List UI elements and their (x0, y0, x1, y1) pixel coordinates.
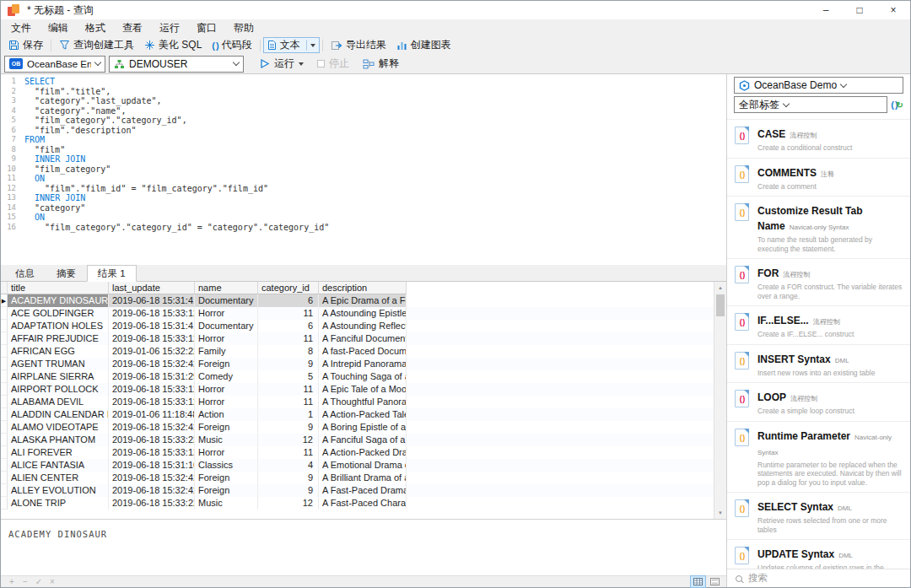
column-header-name[interactable]: name (195, 282, 258, 294)
cell-name: Music (195, 497, 258, 510)
cell-last-update: 2019-06-18 15:33:12 (109, 332, 195, 345)
form-view-button[interactable] (708, 576, 722, 587)
cell-title: ACADEMY DINOSAUR (8, 294, 109, 307)
snippet-customize-result-tab-name[interactable]: ( )Customize Result Tab NameNavicat-only… (727, 197, 910, 259)
table-row[interactable]: ALLEY EVOLUTION2019-06-18 15:32:42Foreig… (1, 484, 726, 497)
tab-summary[interactable]: 摘要 (46, 265, 87, 281)
toolbar: 保存 查询创建工具 美化 SQL ( ) 代码段 文本 (1, 36, 910, 54)
snippet-if-else[interactable]: ( )IF...ELSE...流程控制Create a IF...ELSE...… (727, 306, 910, 345)
refresh-snippets-button[interactable]: ( ) ↻ (891, 100, 903, 110)
delete-record-button[interactable]: − (19, 576, 32, 587)
table-row[interactable]: ALONE TRIP2019-06-18 15:33:22Music12A Fa… (1, 497, 726, 510)
sql-editor[interactable]: 1SELECT2 "film"."title",3 "category"."la… (1, 74, 726, 265)
snippet-tag: Navicat-only Syntax (790, 224, 849, 231)
snippet-head: CASE流程控制 (757, 126, 903, 141)
scrollbar-thumb[interactable] (716, 294, 725, 316)
table-row[interactable]: ALICE FANTASIA2019-06-18 15:31:16Classic… (1, 459, 726, 472)
snippet-runtime-parameter[interactable]: ( )Runtime ParameterNavicat-only SyntaxR… (727, 422, 910, 494)
snippet-insert-syntax[interactable]: ( )INSERT SyntaxDMLInsert new rows into … (727, 345, 910, 384)
explain-button[interactable]: 解释 (358, 56, 404, 73)
scroll-down-icon[interactable]: ▼ (714, 509, 726, 517)
cell-category-id: 5 (258, 370, 319, 383)
view-mode-button[interactable]: 文本 (263, 37, 320, 53)
maximize-button[interactable]: □ (843, 1, 876, 19)
content-area: 1SELECT2 "film"."title",3 "category"."la… (1, 74, 910, 587)
snippet-connection-select[interactable]: OceanBase Demo (734, 77, 903, 94)
discard-changes-button[interactable]: × (46, 576, 59, 587)
export-result-button[interactable]: 导出结果 (326, 37, 391, 54)
apply-changes-button[interactable]: ✓ (32, 576, 46, 587)
table-row[interactable]: ADAPTATION HOLES2019-06-18 15:31:41Docum… (1, 320, 726, 332)
table-row[interactable]: ACE GOLDFINGER2019-06-18 15:33:12Horror1… (1, 307, 726, 320)
menu-file[interactable]: 文件 (3, 19, 40, 36)
row-marker (1, 383, 8, 396)
chevron-down-icon[interactable] (299, 62, 304, 66)
row-marker (1, 320, 8, 332)
table-row[interactable]: ALASKA PHANTOM2019-06-18 15:33:22Music12… (1, 434, 726, 446)
beautify-sql-button[interactable]: 美化 SQL (139, 37, 207, 54)
scroll-up-icon[interactable]: ▲ (714, 283, 726, 292)
line-number: 14 (1, 203, 24, 213)
menu-edit[interactable]: 编辑 (40, 19, 77, 36)
snippet-comments[interactable]: ( )COMMENTS注释Create a comment (727, 159, 910, 197)
query-builder-button[interactable]: 查询创建工具 (54, 37, 139, 54)
menu-run[interactable]: 运行 (151, 19, 188, 36)
run-button[interactable]: 运行 (254, 56, 309, 73)
grid-toolbar: + − ✓ × (1, 575, 726, 587)
cell-category-id: 11 (258, 383, 319, 396)
column-header-title[interactable]: title (8, 282, 109, 294)
menu-view[interactable]: 查看 (114, 19, 151, 36)
snippet-for[interactable]: ( )FOR流程控制Create a FOR construct. The va… (727, 259, 910, 306)
create-chart-button[interactable]: 创建图表 (391, 37, 456, 54)
editor-line-8: 8 "film" (1, 145, 726, 155)
cell-category-id: 11 (258, 332, 319, 345)
cell-last-update: 2019-06-18 15:31:29 (109, 370, 195, 383)
snippet-loop[interactable]: ( )LOOP流程控制Create a simple loop construc… (727, 383, 910, 422)
menu-window[interactable]: 窗口 (188, 19, 225, 36)
table-row[interactable]: AIRPORT POLLOCK2019-06-18 15:33:12Horror… (1, 383, 726, 396)
column-header-description[interactable]: description (319, 282, 407, 294)
table-row[interactable]: AFFAIR PREJUDICE2019-06-18 15:33:12Horro… (1, 332, 726, 345)
snippet-tag: 流程控制 (813, 318, 840, 326)
table-row[interactable]: AGENT TRUMAN2019-06-18 15:32:42Foreign9A… (1, 358, 726, 370)
snippet-select-syntax[interactable]: ( )SELECT SyntaxDMLRetrieve rows selecte… (727, 493, 910, 540)
code-snippet-button[interactable]: ( ) 代码段 (207, 37, 256, 54)
snippet-case[interactable]: ( )CASE流程控制Create a conditional construc… (727, 120, 910, 159)
snippet-name: LOOP (757, 391, 786, 403)
chevron-down-icon[interactable] (310, 44, 315, 47)
connection-select[interactable]: OB OceanBase Enterprise (4, 56, 105, 73)
column-header-category-id[interactable]: category_id (258, 282, 319, 294)
snippet-update-syntax[interactable]: ( )UPDATE SyntaxDMLUpdates columns of ex… (727, 540, 910, 569)
snippet-file-icon: ( ) (735, 547, 749, 564)
table-row[interactable]: ▶ACADEMY DINOSAUR2019-06-18 15:31:41Docu… (1, 294, 726, 307)
close-button[interactable]: × (876, 1, 910, 19)
snippet-tag: DML (835, 357, 849, 364)
table-row[interactable]: AIRPLANE SIERRA2019-06-18 15:31:29Comedy… (1, 370, 726, 383)
results-grid: titlelast_updatenamecategory_iddescripti… (1, 282, 726, 519)
snippet-tag: 流程控制 (790, 395, 817, 402)
row-marker (1, 307, 8, 320)
menu-help[interactable]: 帮助 (225, 19, 262, 36)
minimize-button[interactable]: – (809, 1, 843, 19)
stop-icon (317, 60, 325, 67)
add-record-button[interactable]: + (5, 576, 19, 587)
funnel-icon (59, 40, 70, 51)
results-vertical-scrollbar[interactable]: ▲ ▼ (714, 282, 726, 519)
save-button[interactable]: 保存 (3, 37, 48, 54)
menu-format[interactable]: 格式 (77, 19, 114, 36)
tab-info[interactable]: 信息 (4, 265, 46, 281)
cell-name: Documentary (195, 294, 258, 307)
column-header-last-update[interactable]: last_update (109, 282, 195, 294)
table-row[interactable]: ALIEN CENTER2019-06-18 15:32:42Foreign9A… (1, 472, 726, 484)
tag-filter-select[interactable]: 全部标签 (734, 96, 887, 113)
snippet-search-bar[interactable]: 搜索 (727, 569, 910, 587)
table-row[interactable]: ALAMO VIDEOTAPE2019-06-18 15:32:42Foreig… (1, 421, 726, 434)
table-row[interactable]: AFRICAN EGG2019-01-06 15:32:22Family8A f… (1, 345, 726, 358)
table-row[interactable]: ALI FOREVER2019-06-18 15:33:12Horror11A … (1, 446, 726, 459)
table-row[interactable]: ALADDIN CALENDAR II2019-01-06 11:18:48Ac… (1, 408, 726, 421)
tab-result-1[interactable]: 结果 1 (87, 265, 137, 282)
cell-last-update: 2019-06-18 15:31:41 (109, 294, 195, 307)
grid-view-button[interactable] (691, 576, 705, 587)
database-select[interactable]: DEMOUSER (109, 56, 244, 73)
table-row[interactable]: ALABAMA DEVIL2019-06-18 15:33:12Horror11… (1, 396, 726, 408)
